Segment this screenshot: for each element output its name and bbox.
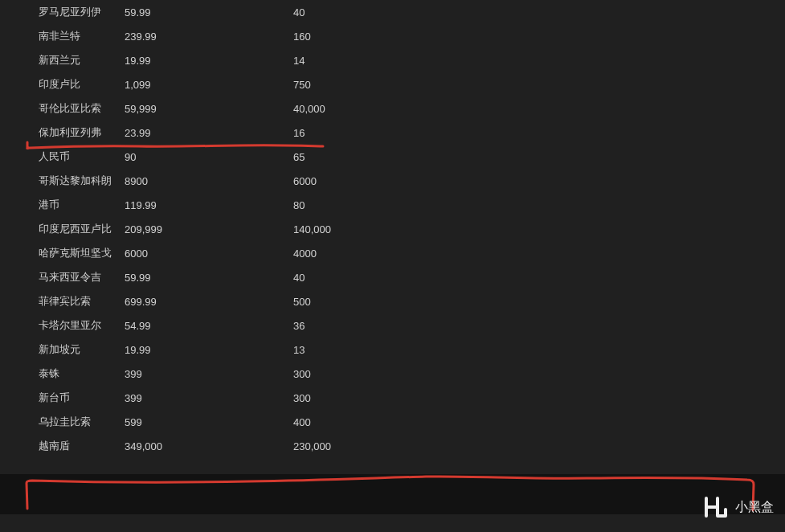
price-value-1: 59.99 xyxy=(118,265,287,289)
table-row: 哥斯达黎加科朗89006000 xyxy=(0,169,785,193)
currency-name: 新台币 xyxy=(0,386,118,410)
price-value-2: 300 xyxy=(287,362,785,386)
price-table: 罗马尼亚列伊59.9940南非兰特239.99160新西兰元19.9914印度卢… xyxy=(0,0,785,458)
table-row: 新西兰元19.9914 xyxy=(0,48,785,72)
price-value-2: 65 xyxy=(287,145,785,169)
table-row: 罗马尼亚列伊59.9940 xyxy=(0,0,785,24)
table-row: 卡塔尔里亚尔54.9936 xyxy=(0,313,785,338)
price-value-2: 36 xyxy=(287,313,785,338)
table-row: 马来西亚令吉59.9940 xyxy=(0,265,785,289)
watermark-label: 小黑盒 xyxy=(735,499,774,516)
price-value-2: 4000 xyxy=(287,241,785,265)
watermark: 小黑盒 xyxy=(701,493,774,521)
currency-name: 港币 xyxy=(0,193,118,217)
price-value-1: 59,999 xyxy=(118,96,287,121)
price-value-2: 40 xyxy=(287,0,785,24)
price-table-container: 罗马尼亚列伊59.9940南非兰特239.99160新西兰元19.9914印度卢… xyxy=(0,0,785,474)
table-row: 印度卢比1,099750 xyxy=(0,72,785,96)
table-row: 印度尼西亚卢比209,999140,000 xyxy=(0,217,785,241)
price-value-2: 300 xyxy=(287,386,785,410)
currency-name: 印度尼西亚卢比 xyxy=(0,217,118,241)
table-row: 港币119.9980 xyxy=(0,193,785,217)
currency-name: 印度卢比 xyxy=(0,72,118,96)
price-value-2: 40,000 xyxy=(287,96,785,121)
price-value-1: 119.99 xyxy=(118,193,287,217)
price-value-1: 209,999 xyxy=(118,217,287,241)
price-value-1: 19.99 xyxy=(118,48,287,72)
price-value-1: 399 xyxy=(118,362,287,386)
price-value-1: 54.99 xyxy=(118,313,287,338)
price-value-2: 80 xyxy=(287,193,785,217)
price-value-2: 16 xyxy=(287,121,785,145)
price-value-1: 6000 xyxy=(118,241,287,265)
table-row: 新台币399300 xyxy=(0,386,785,410)
currency-name: 人民币 xyxy=(0,145,118,169)
table-row: 保加利亚列弗23.9916 xyxy=(0,121,785,145)
price-value-2: 750 xyxy=(287,72,785,96)
currency-name: 马来西亚令吉 xyxy=(0,265,118,289)
currency-name: 越南盾 xyxy=(0,434,118,458)
price-value-1: 23.99 xyxy=(118,121,287,145)
currency-name: 新西兰元 xyxy=(0,48,118,72)
price-value-1: 59.99 xyxy=(118,0,287,24)
currency-name: 哥伦比亚比索 xyxy=(0,96,118,121)
price-value-1: 399 xyxy=(118,386,287,410)
currency-name: 哥斯达黎加科朗 xyxy=(0,169,118,193)
price-value-1: 699.99 xyxy=(118,289,287,313)
price-value-1: 19.99 xyxy=(118,338,287,362)
price-value-2: 230,000 xyxy=(287,434,785,458)
table-row: 越南盾349,000230,000 xyxy=(0,434,785,458)
footer-disclaimer: 限时活动。在北京时间 2022 年 1 月 28 日 00:00 时至 2022… xyxy=(0,514,785,532)
currency-name: 保加利亚列弗 xyxy=(0,121,118,145)
price-value-1: 349,000 xyxy=(118,434,287,458)
price-value-2: 500 xyxy=(287,289,785,313)
price-value-2: 140,000 xyxy=(287,217,785,241)
currency-name: 哈萨克斯坦坚戈 xyxy=(0,241,118,265)
table-row: 人民币9065 xyxy=(0,145,785,169)
price-value-1: 1,099 xyxy=(118,72,287,96)
currency-name: 泰铢 xyxy=(0,362,118,386)
table-row: 南非兰特239.99160 xyxy=(0,24,785,48)
price-value-2: 160 xyxy=(287,24,785,48)
currency-name: 乌拉圭比索 xyxy=(0,410,118,434)
currency-name: 罗马尼亚列伊 xyxy=(0,0,118,24)
price-value-2: 14 xyxy=(287,48,785,72)
price-value-2: 6000 xyxy=(287,169,785,193)
table-row: 泰铢399300 xyxy=(0,362,785,386)
currency-name: 新加坡元 xyxy=(0,338,118,362)
table-row: 菲律宾比索699.99500 xyxy=(0,289,785,313)
price-value-1: 599 xyxy=(118,410,287,434)
currency-name: 卡塔尔里亚尔 xyxy=(0,313,118,338)
table-row: 乌拉圭比索599400 xyxy=(0,410,785,434)
table-row: 哈萨克斯坦坚戈60004000 xyxy=(0,241,785,265)
table-row: 哥伦比亚比索59,99940,000 xyxy=(0,96,785,121)
price-value-2: 13 xyxy=(287,338,785,362)
price-value-1: 8900 xyxy=(118,169,287,193)
price-value-1: 239.99 xyxy=(118,24,287,48)
table-row: 新加坡元19.9913 xyxy=(0,338,785,362)
currency-name: 南非兰特 xyxy=(0,24,118,48)
price-value-1: 90 xyxy=(118,145,287,169)
watermark-icon xyxy=(701,493,729,521)
price-value-2: 40 xyxy=(287,265,785,289)
section-gap xyxy=(0,474,785,514)
price-value-2: 400 xyxy=(287,410,785,434)
currency-name: 菲律宾比索 xyxy=(0,289,118,313)
